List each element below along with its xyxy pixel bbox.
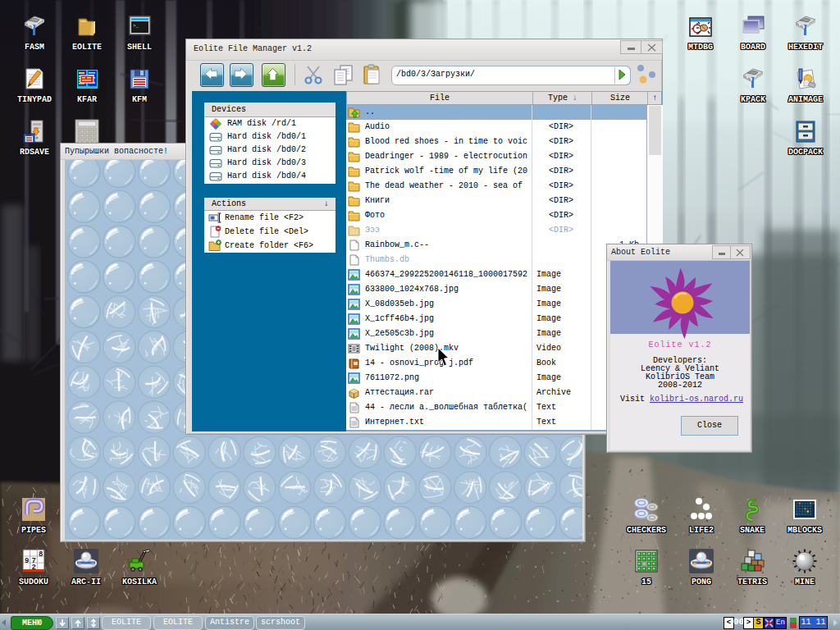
- svg-text:2: 2: [32, 564, 36, 572]
- svg-text:>_: >_: [133, 23, 139, 29]
- svg-text:9: 9: [25, 557, 29, 565]
- svg-text:8: 8: [39, 550, 43, 559]
